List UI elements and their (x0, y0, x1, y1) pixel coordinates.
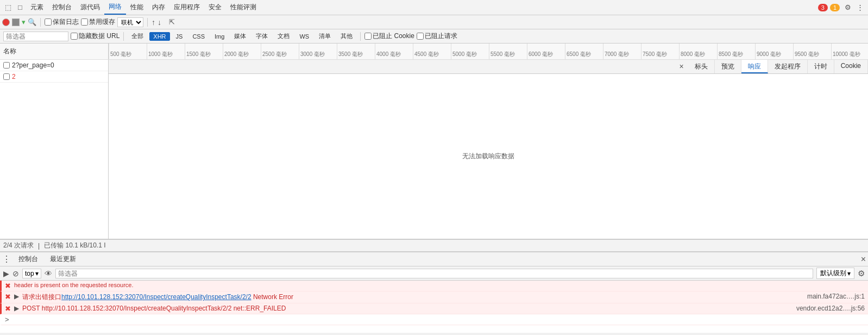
tab-performance[interactable]: 性能 (126, 1, 148, 14)
divider-status: | (38, 242, 40, 250)
settings-icon[interactable]: ⚙ (842, 2, 853, 13)
timeline-tick-2: 1500 毫秒 (185, 44, 223, 59)
tab-headers[interactable]: 标头 (688, 60, 715, 73)
record-button[interactable] (2, 18, 10, 26)
main-content: 2?per_page=0 2 × 标头 预览 响应 发起程序 计时 Cookie… (0, 60, 868, 239)
filter-icon[interactable]: ▾ (22, 18, 26, 26)
blocked-requests-checkbox[interactable] (417, 33, 424, 40)
filter-img[interactable]: Img (211, 32, 228, 41)
console-top-selector[interactable]: top ▾ (22, 269, 41, 278)
throttle-select[interactable]: 联机 (117, 17, 143, 27)
console-message-2: ✖ ▶ POST http://10.101.128.152:32070/Ins… (0, 303, 868, 314)
filter-media[interactable]: 媒体 (230, 31, 250, 41)
expand-icon-1[interactable]: ▶ (14, 293, 19, 300)
tab-security[interactable]: 安全 (204, 1, 226, 14)
request-item-1[interactable]: 2 (0, 71, 108, 83)
blocked-requests-label[interactable]: 已阻止请求 (417, 32, 457, 41)
timeline-tick-7: 4000 毫秒 (375, 44, 413, 59)
console-top-label: top (25, 270, 34, 277)
timeline-tick-13: 7000 毫秒 (603, 44, 641, 59)
more-icon[interactable]: ⋮ (854, 2, 865, 13)
console-input-row: > (0, 314, 868, 325)
tab-console[interactable]: 控制台 (48, 1, 76, 14)
details-panel: × 标头 预览 响应 发起程序 计时 Cookie 无法加载响应数据 (109, 60, 868, 239)
tab-initiator[interactable]: 发起程序 (768, 60, 808, 73)
tab-cookie[interactable]: Cookie (834, 60, 868, 73)
tab-response[interactable]: 响应 (741, 60, 768, 73)
filter-js[interactable]: JS (172, 32, 187, 41)
expand-icon[interactable]: ⇱ (166, 17, 177, 28)
tab-network[interactable]: 网络 (104, 0, 126, 15)
details-close-button[interactable]: × (675, 60, 688, 73)
timeline-tick-8: 4500 毫秒 (413, 44, 451, 59)
tab-memory[interactable]: 内存 (148, 1, 169, 14)
tab-performance-insights[interactable]: 性能评测 (226, 1, 261, 14)
filter-xhr[interactable]: XHR (149, 32, 169, 41)
filter-doc[interactable]: 文档 (274, 31, 293, 41)
error-icon-0: ✖ (5, 282, 11, 290)
tab-application[interactable]: 应用程序 (169, 1, 204, 14)
filter-manifest[interactable]: 清单 (315, 31, 335, 41)
console-play-icon[interactable]: ▶ (3, 269, 9, 278)
filter-other[interactable]: 其他 (337, 31, 356, 41)
tab-timing[interactable]: 计时 (808, 60, 834, 73)
console-top-arrow: ▾ (35, 270, 39, 277)
devtools-top-bar: ⬚ □ 元素 控制台 源代码 网络 性能 内存 应用程序 安全 性能评测 3 1… (0, 0, 868, 15)
blocked-cookies-checkbox[interactable] (364, 33, 372, 40)
filter-all[interactable]: 全部 (128, 31, 147, 41)
request-name-1: 2 (12, 73, 16, 80)
timeline-tick-11: 6000 毫秒 (527, 44, 565, 59)
timeline-tick-10: 5500 毫秒 (489, 44, 527, 59)
error-link-1[interactable]: http://10.101.128.152:32070/Inspect/crea… (61, 293, 251, 301)
hide-data-url-label[interactable]: 隐藏数据 URL (71, 32, 119, 41)
preserve-log-label[interactable]: 保留日志 (45, 17, 79, 27)
hide-data-url-checkbox[interactable] (71, 33, 78, 40)
pointer-icon[interactable]: ⬚ (3, 2, 14, 13)
tab-elements[interactable]: 元素 (26, 1, 48, 14)
details-body: 无法加载响应数据 (109, 74, 868, 239)
mobile-icon[interactable]: □ (15, 2, 26, 13)
request-name-0: 2?per_page=0 (12, 61, 54, 69)
console-tab-console[interactable]: 控制台 (14, 253, 42, 265)
message-text-0: header is present on the requested resou… (14, 282, 865, 288)
filter-css[interactable]: CSS (188, 32, 209, 41)
console-filter-input[interactable] (55, 269, 813, 278)
timeline-tick-1: 1000 毫秒 (147, 44, 185, 59)
blocked-cookies-label[interactable]: 已阻止 Cookie (364, 32, 414, 41)
warning-badge: 1 (830, 4, 840, 11)
console-messages: ✖ header is present on the requested res… (0, 281, 868, 333)
stop-button[interactable] (12, 18, 20, 26)
console-settings-icon[interactable]: ⚙ (858, 269, 865, 278)
request-checkbox-0[interactable] (3, 62, 10, 69)
timeline-ticks: 500 毫秒1000 毫秒1500 毫秒2000 毫秒2500 毫秒3000 毫… (109, 44, 868, 59)
preserve-log-checkbox[interactable] (45, 18, 52, 26)
console-eye-icon[interactable]: 👁 (45, 269, 52, 278)
timeline-tick-0: 500 毫秒 (109, 44, 147, 59)
error-icon-2: ✖ (5, 305, 11, 313)
expand-icon-2[interactable]: ▶ (14, 305, 19, 312)
filter-ws[interactable]: WS (295, 32, 313, 41)
download-icon[interactable]: ↓ (158, 18, 161, 27)
console-input-caret[interactable]: > (5, 315, 9, 324)
search-icon[interactable]: 🔍 (28, 18, 36, 26)
console-menu-icon[interactable]: ⋮ (2, 254, 11, 264)
console-tab-recent[interactable]: 最近更新 (46, 253, 80, 265)
timeline-tick-19: 10000 毫秒 (831, 44, 868, 59)
requests-count: 2/4 次请求 (3, 241, 34, 250)
filter-font[interactable]: 字体 (252, 31, 272, 41)
message-text-2: POST http://10.101.128.152:32070/Inspect… (22, 305, 793, 312)
console-level-selector[interactable]: 默认级别 ▾ (816, 268, 854, 279)
console-ban-icon[interactable]: ⊘ (12, 269, 19, 278)
console-section: ⋮ 控制台 最近更新 × ▶ ⊘ top ▾ 👁 默认级别 ▾ ⚙ ✖ head… (0, 251, 868, 333)
transferred-size: 已传输 10.1 kB/10.1 I (44, 241, 105, 250)
upload-icon[interactable]: ↑ (152, 18, 155, 27)
disable-cache-checkbox[interactable] (81, 18, 88, 26)
tab-preview[interactable]: 预览 (715, 60, 741, 73)
console-level-arrow: ▾ (847, 270, 851, 277)
disable-cache-label[interactable]: 禁用缓存 (81, 17, 115, 27)
console-close-button[interactable]: × (861, 255, 866, 264)
request-checkbox-1[interactable] (3, 73, 10, 80)
request-item-0[interactable]: 2?per_page=0 (0, 60, 108, 71)
tab-sources[interactable]: 源代码 (76, 1, 104, 14)
filter-input[interactable] (3, 32, 68, 41)
